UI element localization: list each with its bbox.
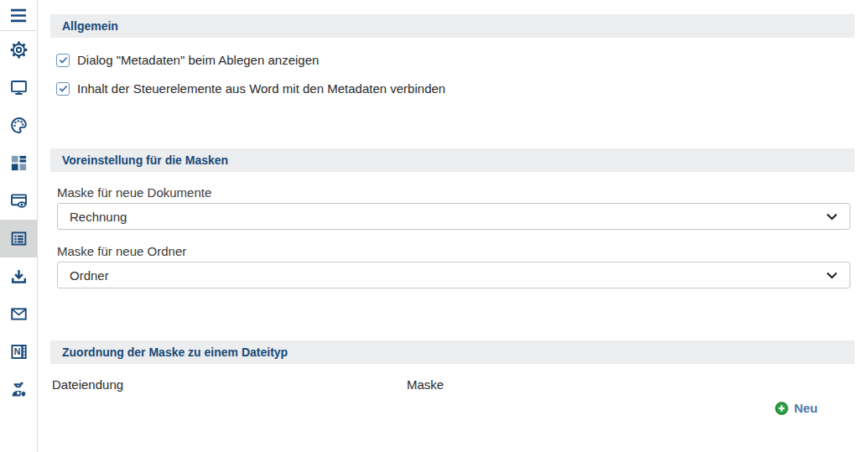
settings-content: Allgemein Dialog "Metadaten" beim Ablege… — [38, 0, 868, 452]
chevron-down-icon — [826, 213, 838, 221]
section-header-allgemein: Allgemein — [50, 14, 855, 38]
neu-button[interactable]: Neu — [775, 401, 818, 415]
notebook-n-icon: N — [9, 342, 29, 361]
dashboard-grid-icon — [9, 153, 29, 173]
sidebar-item-notes[interactable]: N — [0, 333, 37, 371]
section-header-mask-defaults: Voreinstellung für die Masken — [50, 148, 855, 172]
checkmark-icon — [59, 56, 68, 64]
sidebar-item-admin-user[interactable] — [0, 371, 37, 408]
sidebar-item-display[interactable] — [0, 69, 37, 107]
label-mask-new-folders: Maske für neue Ordner — [57, 244, 855, 259]
selected-value: Rechnung — [70, 210, 127, 224]
neu-button-label: Neu — [794, 401, 818, 415]
checkbox-label: Dialog "Metadaten" beim Ablegen anzeigen — [77, 53, 319, 67]
form-list-icon — [9, 229, 29, 248]
admin-user-shield-icon — [9, 380, 29, 399]
settings-window: N Allgemein — [0, 0, 868, 452]
envelope-icon — [9, 304, 29, 324]
plus-circle-icon — [775, 402, 788, 415]
sidebar-item-tiles[interactable] — [0, 144, 37, 182]
menu-button[interactable] — [0, 0, 37, 31]
sidebar-item-metadata-forms[interactable] — [0, 220, 37, 257]
window-eye-icon — [9, 191, 29, 210]
checkbox-word-controls[interactable] — [56, 82, 70, 96]
monitor-icon — [9, 78, 29, 97]
section-title: Allgemein — [62, 19, 118, 33]
mask-new-folders-select[interactable]: Ordner — [57, 262, 850, 288]
palette-icon — [9, 116, 29, 135]
column-header-dateiendung: Dateiendung — [52, 377, 407, 392]
label-mask-new-documents: Maske für neue Dokumente — [57, 185, 855, 200]
mask-new-documents-select[interactable]: Rechnung — [57, 203, 850, 230]
sidebar: N — [0, 0, 38, 452]
chevron-down-icon — [826, 272, 838, 279]
filetype-table-actions: Neu — [50, 401, 855, 415]
selected-value: Ordner — [70, 268, 109, 283]
sidebar-item-mail[interactable] — [0, 295, 37, 333]
checkmark-icon — [59, 85, 68, 92]
sidebar-item-appearance[interactable] — [0, 107, 37, 144]
section-header-filetype-mapping: Zuordnung der Maske zu einem Dateityp — [50, 340, 855, 364]
gear-icon — [9, 40, 29, 60]
checkbox-label: Inhalt der Steuerelemente aus Word mit d… — [77, 81, 445, 96]
checkbox-row-metadata-dialog[interactable]: Dialog "Metadaten" beim Ablegen anzeigen — [56, 53, 855, 67]
column-header-maske: Maske — [407, 377, 444, 392]
notebook-letter: N — [13, 346, 20, 356]
hamburger-icon — [9, 8, 28, 23]
section-title: Voreinstellung für die Masken — [62, 153, 228, 167]
sidebar-item-import[interactable] — [0, 257, 37, 295]
sidebar-item-settings[interactable] — [0, 31, 37, 69]
download-icon — [9, 267, 29, 286]
checkbox-row-word-controls[interactable]: Inhalt der Steuerelemente aus Word mit d… — [56, 81, 855, 96]
checkbox-metadata-dialog[interactable] — [56, 54, 70, 67]
sidebar-item-preview[interactable] — [0, 182, 37, 220]
section-title: Zuordnung der Maske zu einem Dateityp — [62, 345, 288, 359]
filetype-table-header: Dateiendung Maske — [50, 377, 855, 392]
